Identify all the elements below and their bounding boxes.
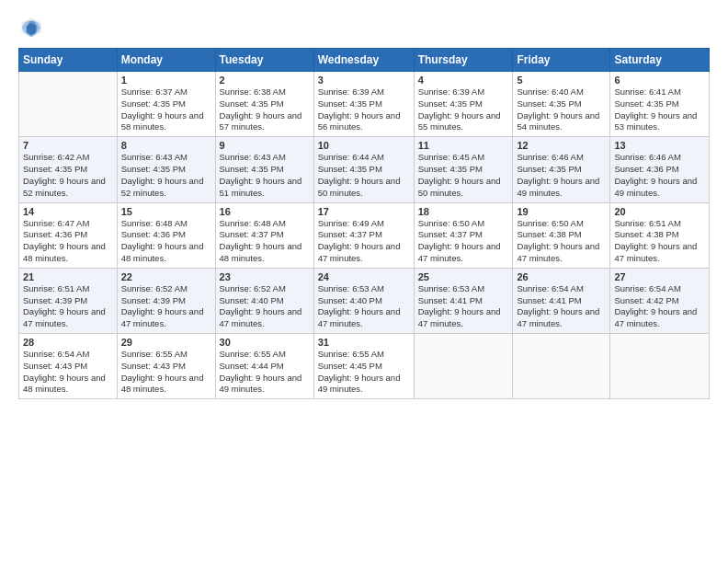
- weekday-header-wednesday: Wednesday: [313, 49, 414, 72]
- day-info: Sunrise: 6:49 AMSunset: 4:37 PMDaylight:…: [318, 218, 410, 265]
- day-info: Sunrise: 6:50 AMSunset: 4:37 PMDaylight:…: [418, 218, 509, 265]
- day-info: Sunrise: 6:55 AMSunset: 4:43 PMDaylight:…: [121, 349, 211, 396]
- day-number: 25: [418, 271, 509, 282]
- calendar-cell: 9Sunrise: 6:43 AMSunset: 4:35 PMDaylight…: [215, 137, 313, 202]
- weekday-header-sunday: Sunday: [19, 49, 118, 72]
- week-row-0: 1Sunrise: 6:37 AMSunset: 4:35 PMDaylight…: [19, 72, 710, 137]
- day-number: 17: [318, 206, 410, 217]
- day-info: Sunrise: 6:39 AMSunset: 4:35 PMDaylight:…: [418, 86, 509, 133]
- day-info: Sunrise: 6:38 AMSunset: 4:35 PMDaylight:…: [220, 86, 310, 133]
- weekday-header-tuesday: Tuesday: [215, 49, 313, 72]
- day-info: Sunrise: 6:43 AMSunset: 4:35 PMDaylight:…: [121, 152, 211, 199]
- day-info: Sunrise: 6:55 AMSunset: 4:45 PMDaylight:…: [318, 349, 410, 396]
- day-info: Sunrise: 6:54 AMSunset: 4:41 PMDaylight:…: [517, 283, 606, 330]
- calendar-cell: 4Sunrise: 6:39 AMSunset: 4:35 PMDaylight…: [414, 72, 513, 137]
- calendar-cell: 5Sunrise: 6:40 AMSunset: 4:35 PMDaylight…: [513, 72, 610, 137]
- day-info: Sunrise: 6:52 AMSunset: 4:39 PMDaylight:…: [121, 283, 211, 330]
- day-number: 30: [220, 337, 310, 348]
- day-number: 19: [517, 206, 606, 217]
- day-info: Sunrise: 6:53 AMSunset: 4:41 PMDaylight:…: [418, 283, 509, 330]
- calendar-cell: 29Sunrise: 6:55 AMSunset: 4:43 PMDayligh…: [117, 334, 215, 399]
- week-row-4: 28Sunrise: 6:54 AMSunset: 4:43 PMDayligh…: [19, 334, 710, 399]
- day-number: 1: [121, 75, 211, 86]
- day-number: 3: [318, 75, 410, 86]
- day-number: 29: [121, 337, 211, 348]
- day-info: Sunrise: 6:45 AMSunset: 4:35 PMDaylight:…: [418, 152, 509, 199]
- day-number: 21: [23, 271, 113, 282]
- calendar-cell: 21Sunrise: 6:51 AMSunset: 4:39 PMDayligh…: [19, 268, 118, 333]
- week-row-2: 14Sunrise: 6:47 AMSunset: 4:36 PMDayligh…: [19, 202, 710, 268]
- calendar-cell: [610, 334, 710, 399]
- day-info: Sunrise: 6:40 AMSunset: 4:35 PMDaylight:…: [517, 86, 606, 133]
- calendar-cell: [414, 334, 513, 399]
- day-number: 14: [23, 206, 113, 217]
- day-number: 9: [220, 140, 310, 151]
- calendar-cell: 12Sunrise: 6:46 AMSunset: 4:35 PMDayligh…: [513, 137, 610, 202]
- calendar-cell: 8Sunrise: 6:43 AMSunset: 4:35 PMDaylight…: [117, 137, 215, 202]
- day-number: 20: [614, 206, 705, 217]
- day-number: 6: [614, 75, 705, 86]
- day-number: 13: [614, 140, 705, 151]
- day-info: Sunrise: 6:41 AMSunset: 4:35 PMDaylight:…: [614, 86, 705, 133]
- calendar-cell: 31Sunrise: 6:55 AMSunset: 4:45 PMDayligh…: [313, 334, 414, 399]
- page: SundayMondayTuesdayWednesdayThursdayFrid…: [0, 0, 728, 563]
- day-number: 8: [121, 140, 211, 151]
- day-number: 7: [23, 140, 113, 151]
- calendar-cell: 1Sunrise: 6:37 AMSunset: 4:35 PMDaylight…: [117, 72, 215, 137]
- calendar-cell: 13Sunrise: 6:46 AMSunset: 4:36 PMDayligh…: [610, 137, 710, 202]
- day-info: Sunrise: 6:54 AMSunset: 4:43 PMDaylight:…: [23, 349, 113, 396]
- day-info: Sunrise: 6:48 AMSunset: 4:37 PMDaylight:…: [220, 218, 310, 265]
- weekday-header-saturday: Saturday: [610, 49, 710, 72]
- day-info: Sunrise: 6:44 AMSunset: 4:35 PMDaylight:…: [318, 152, 410, 199]
- calendar-table: SundayMondayTuesdayWednesdayThursdayFrid…: [18, 48, 710, 399]
- day-number: 4: [418, 75, 509, 86]
- week-row-3: 21Sunrise: 6:51 AMSunset: 4:39 PMDayligh…: [19, 268, 710, 333]
- weekday-header-row: SundayMondayTuesdayWednesdayThursdayFrid…: [19, 49, 710, 72]
- day-number: 2: [220, 75, 310, 86]
- day-number: 26: [517, 271, 606, 282]
- calendar-cell: [19, 72, 118, 137]
- day-info: Sunrise: 6:50 AMSunset: 4:38 PMDaylight:…: [517, 218, 606, 265]
- calendar-cell: 14Sunrise: 6:47 AMSunset: 4:36 PMDayligh…: [19, 202, 118, 268]
- week-row-1: 7Sunrise: 6:42 AMSunset: 4:35 PMDaylight…: [19, 137, 710, 202]
- day-number: 5: [517, 75, 606, 86]
- calendar-cell: [513, 334, 610, 399]
- calendar-cell: 11Sunrise: 6:45 AMSunset: 4:35 PMDayligh…: [414, 137, 513, 202]
- day-number: 23: [220, 271, 310, 282]
- day-info: Sunrise: 6:55 AMSunset: 4:44 PMDaylight:…: [220, 349, 310, 396]
- calendar-cell: 10Sunrise: 6:44 AMSunset: 4:35 PMDayligh…: [313, 137, 414, 202]
- calendar-cell: 3Sunrise: 6:39 AMSunset: 4:35 PMDaylight…: [313, 72, 414, 137]
- calendar-cell: 16Sunrise: 6:48 AMSunset: 4:37 PMDayligh…: [215, 202, 313, 268]
- day-info: Sunrise: 6:43 AMSunset: 4:35 PMDaylight:…: [220, 152, 310, 199]
- day-number: 12: [517, 140, 606, 151]
- calendar-cell: 15Sunrise: 6:48 AMSunset: 4:36 PMDayligh…: [117, 202, 215, 268]
- day-number: 10: [318, 140, 410, 151]
- day-number: 11: [418, 140, 509, 151]
- calendar-cell: 2Sunrise: 6:38 AMSunset: 4:35 PMDaylight…: [215, 72, 313, 137]
- calendar-cell: 22Sunrise: 6:52 AMSunset: 4:39 PMDayligh…: [117, 268, 215, 333]
- day-info: Sunrise: 6:46 AMSunset: 4:35 PMDaylight:…: [517, 152, 606, 199]
- day-number: 27: [614, 271, 705, 282]
- calendar-cell: 23Sunrise: 6:52 AMSunset: 4:40 PMDayligh…: [215, 268, 313, 333]
- day-number: 15: [121, 206, 211, 217]
- calendar-cell: 18Sunrise: 6:50 AMSunset: 4:37 PMDayligh…: [414, 202, 513, 268]
- day-info: Sunrise: 6:52 AMSunset: 4:40 PMDaylight:…: [220, 283, 310, 330]
- day-number: 22: [121, 271, 211, 282]
- day-info: Sunrise: 6:37 AMSunset: 4:35 PMDaylight:…: [121, 86, 211, 133]
- day-number: 16: [220, 206, 310, 217]
- calendar-cell: 20Sunrise: 6:51 AMSunset: 4:38 PMDayligh…: [610, 202, 710, 268]
- day-info: Sunrise: 6:48 AMSunset: 4:36 PMDaylight:…: [121, 218, 211, 265]
- header: [18, 15, 710, 40]
- calendar-cell: 28Sunrise: 6:54 AMSunset: 4:43 PMDayligh…: [19, 334, 118, 399]
- logo-icon: [18, 15, 44, 40]
- day-number: 28: [23, 337, 113, 348]
- calendar-cell: 19Sunrise: 6:50 AMSunset: 4:38 PMDayligh…: [513, 202, 610, 268]
- calendar-cell: 26Sunrise: 6:54 AMSunset: 4:41 PMDayligh…: [513, 268, 610, 333]
- day-number: 18: [418, 206, 509, 217]
- day-info: Sunrise: 6:39 AMSunset: 4:35 PMDaylight:…: [318, 86, 410, 133]
- calendar-cell: 30Sunrise: 6:55 AMSunset: 4:44 PMDayligh…: [215, 334, 313, 399]
- calendar-cell: 24Sunrise: 6:53 AMSunset: 4:40 PMDayligh…: [313, 268, 414, 333]
- day-info: Sunrise: 6:42 AMSunset: 4:35 PMDaylight:…: [23, 152, 113, 199]
- weekday-header-thursday: Thursday: [414, 49, 513, 72]
- calendar-cell: 17Sunrise: 6:49 AMSunset: 4:37 PMDayligh…: [313, 202, 414, 268]
